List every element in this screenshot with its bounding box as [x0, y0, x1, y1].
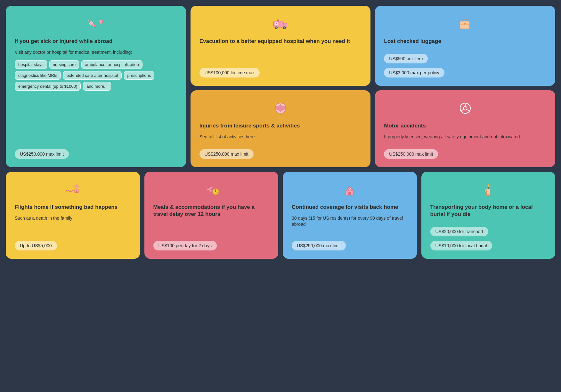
- wave-house-icon: [15, 180, 131, 199]
- card-sick-injured: If you get sick or injured while abroad …: [6, 6, 186, 167]
- card-sports-desc: See full list of activities here: [199, 134, 362, 140]
- svg-rect-20: [465, 24, 466, 25]
- card-coverage-badge: US$250,000 max limit: [292, 241, 346, 250]
- svg-rect-10: [276, 23, 277, 24]
- card-flights-badge: Up to US$5,000: [15, 241, 57, 250]
- svg-point-32: [215, 191, 216, 192]
- card-coverage-desc: 30 days (15 for US residents) for every …: [292, 215, 408, 228]
- syringe-heart-icon: [15, 14, 177, 33]
- card-motor-desc: If properly licensed, wearing all safety…: [384, 134, 546, 140]
- card-meals-badge: US$100 per day for 2 days: [153, 241, 217, 250]
- card-coverage-title: Continued coverage for visits back home: [292, 204, 408, 211]
- svg-rect-16: [277, 20, 279, 20]
- svg-point-14: [284, 27, 285, 29]
- svg-line-26: [467, 110, 469, 111]
- svg-rect-28: [76, 191, 77, 192]
- luggage-icon: [384, 14, 546, 33]
- svg-line-25: [461, 110, 464, 111]
- card-motor: Motor accidents If properly licensed, we…: [375, 90, 555, 167]
- svg-line-2: [94, 26, 96, 28]
- card-luggage: Lost checked luggage US$500 per item US$…: [375, 6, 555, 86]
- card-sports-badge: US$250,000 max limit: [199, 149, 254, 159]
- card-transport: Transporting your body home or a local b…: [421, 172, 556, 259]
- card-sick-tags: hospital stays nursing care ambulance fo…: [15, 60, 177, 91]
- soccer-icon: [199, 99, 362, 118]
- card-sick-title: If you get sick or injured while abroad: [15, 38, 177, 45]
- ambulance-icon: [199, 14, 362, 33]
- tag-nursing: nursing care: [49, 60, 79, 69]
- card-meals: Meals & accommodations if you have a tra…: [144, 172, 279, 259]
- card-flights-title: Flights home if something bad happens: [15, 204, 131, 211]
- card-luggage-title: Lost checked luggage: [384, 38, 546, 45]
- tag-more: and more...: [83, 82, 111, 91]
- card-evacuation: Evacuation to a better equipped hospital…: [191, 6, 371, 86]
- svg-rect-33: [348, 192, 351, 195]
- card-motor-title: Motor accidents: [384, 122, 546, 129]
- card-motor-badge: US$250,000 max limit: [384, 149, 438, 159]
- card-transport-title: Transporting your body home or a local b…: [430, 204, 547, 218]
- card-sports-title: Injuries from leisure sports & activitie…: [199, 122, 362, 129]
- card-sick-desc: Visit any doctor or hospital for medical…: [15, 49, 177, 56]
- tag-hospital: hospital stays: [15, 60, 47, 69]
- sports-here-link[interactable]: here: [246, 134, 255, 139]
- svg-point-38: [485, 194, 491, 196]
- tag-ambulance: ambulance for hospitalization: [81, 60, 142, 69]
- card-luggage-badge1: US$500 per item: [384, 54, 428, 63]
- home-pin-icon: [292, 180, 408, 199]
- svg-point-27: [75, 185, 78, 188]
- card-flights-desc: Such as a death in the family: [15, 215, 131, 222]
- card-sick-badge: US$250,000 max limit: [15, 149, 69, 159]
- card-transport-badge1: US$20,000 for transport: [430, 227, 488, 236]
- card-sports: Injuries from leisure sports & activitie…: [191, 90, 371, 167]
- svg-point-12: [275, 27, 277, 29]
- card-flights: Flights home if something bad happens Su…: [6, 172, 140, 259]
- card-coverage: Continued coverage for visits back home …: [283, 172, 417, 259]
- tag-dental: emergency dental (up to $1000): [15, 82, 81, 91]
- card-meals-title: Meals & accommodations if you have a tra…: [153, 204, 270, 218]
- plane-clock-icon: [153, 180, 270, 199]
- tag-prescriptions: prescriptions: [124, 71, 155, 80]
- steering-wheel-icon: [384, 99, 546, 118]
- candle-icon: [430, 180, 547, 199]
- card-evac-title: Evacuation to a better equipped hospital…: [199, 38, 362, 45]
- card-luggage-badge2: US$3,000 max per policy: [384, 68, 444, 78]
- card-transport-badge2: US$10,000 for local burial: [430, 241, 492, 250]
- tag-extended-care: extended care after hospital: [63, 71, 121, 80]
- card-evac-badge: US$100,000 lifetime max: [199, 68, 260, 78]
- svg-point-35: [349, 188, 350, 189]
- tag-diagnostics: diagnostics like MRIs: [15, 71, 61, 80]
